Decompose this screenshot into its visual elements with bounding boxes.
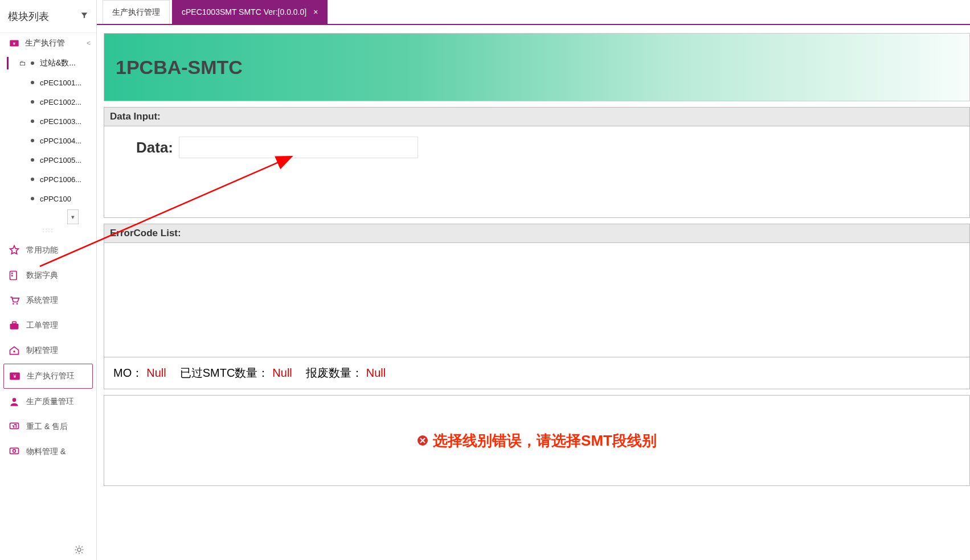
briefcase-icon (8, 319, 21, 332)
page-banner: 1PCBA-SMTC (104, 33, 970, 101)
cart-icon (8, 294, 21, 307)
data-input-header: Data Input: (104, 108, 969, 126)
house-gear-icon (8, 344, 21, 357)
chevron-left-icon: < (87, 39, 91, 47)
nav-material-mgmt[interactable]: 物料管理 & (0, 439, 96, 464)
sidebar-leaf[interactable]: cPPC1006... (0, 170, 96, 189)
errorcode-header: ErrorCode List: (104, 224, 969, 243)
nav-system-mgmt[interactable]: 系统管理 (0, 288, 96, 313)
sidebar-leaf[interactable]: cPPC1005... (0, 150, 96, 170)
bullet-icon (31, 120, 34, 123)
sidebar-leaf[interactable]: cPEC1002... (0, 92, 96, 112)
monitor-icon (8, 421, 21, 433)
sidebar-leaf[interactable]: cPPC100 (0, 189, 96, 208)
nav-label: 常用功能 (26, 245, 58, 256)
bullet-icon (31, 158, 34, 162)
tab-label: cPEC1003SMT SMTC Ver:[0.0.0.0] (182, 7, 306, 17)
monitor-gear-icon (8, 446, 21, 458)
bullet-icon (31, 100, 34, 104)
mo-label: MO： (113, 365, 143, 381)
smtc-count-value: Null (272, 367, 292, 380)
errorcode-body (104, 243, 969, 357)
svg-point-6 (17, 303, 18, 305)
nav-label: 重工 & 售后 (26, 422, 68, 432)
tabbar: 生产执行管理 cPEC1003SMT SMTC Ver:[0.0.0.0] × (97, 0, 970, 25)
scroll-down-button[interactable]: ▾ (67, 209, 79, 224)
scrap-count-label: 报废数量： (306, 365, 363, 381)
svg-rect-4 (11, 275, 13, 277)
nav-rework-aftersales[interactable]: 重工 & 售后 (0, 414, 96, 439)
data-field-label: Data: (136, 139, 173, 157)
star-icon (8, 244, 21, 257)
svg-point-5 (13, 303, 14, 305)
nav-label: 生产质量管玨 (26, 397, 74, 407)
nav-production-exec[interactable]: ¥ 生产执行管玨 (3, 364, 93, 389)
data-dict-icon (8, 269, 21, 282)
filter-icon[interactable] (80, 11, 88, 21)
sidebar-header: 模块列表 (0, 0, 96, 33)
nav-label: 物料管理 & (26, 447, 66, 457)
bullet-icon (31, 197, 34, 200)
ticket-icon: ¥ (9, 39, 19, 48)
svg-point-9 (13, 351, 15, 352)
sidebar-subgroup-label: 过站&数... (40, 58, 76, 68)
nav-favorites[interactable]: 常用功能 (0, 238, 96, 263)
data-input-body: Data: (104, 126, 969, 217)
folder-icon: 🗀 (19, 59, 26, 67)
sidebar-title: 模块列表 (8, 10, 49, 23)
nav-data-dict[interactable]: 数据字典 (0, 263, 96, 288)
tab-production-exec[interactable]: 生产执行管理 (103, 0, 170, 24)
sidebar-leaf[interactable]: cPEC1001... (0, 73, 96, 92)
smtc-count-label: 已过SMTC数量： (180, 365, 269, 381)
mo-status-row: MO： Null 已过SMTC数量： Null 报废数量： Null (104, 357, 970, 389)
sidebar-group-label: 生产执行管 (25, 38, 65, 48)
sidebar-subgroup-stations[interactable]: 🗀 过站&数... (0, 53, 96, 73)
nav-quality-mgmt[interactable]: 生产质量管玨 (0, 389, 96, 414)
page-title: 1PCBA-SMTC (116, 56, 243, 79)
bullet-icon (31, 61, 34, 65)
sidebar-body: ¥ 生产执行管 < 🗀 过站&数... cPEC1001... cPEC1002… (0, 33, 96, 560)
sidebar-leaf-list: cPEC1001... cPEC1002... cPEC1003... cPPC… (0, 73, 96, 208)
mo-value: Null (146, 367, 166, 380)
sidebar-group-production-exec[interactable]: ¥ 生产执行管 < (0, 33, 96, 53)
svg-point-15 (13, 450, 16, 452)
nav-label: 系统管理 (26, 295, 58, 306)
bullet-icon (31, 81, 34, 84)
errorcode-panel: ErrorCode List: (104, 224, 970, 357)
bullet-icon (31, 139, 34, 142)
data-input-field[interactable] (179, 137, 418, 158)
svg-rect-7 (10, 324, 19, 330)
nav-label: 制程管理 (26, 345, 58, 356)
content-area: 1PCBA-SMTC Data Input: Data: ErrorCode L… (97, 25, 970, 560)
error-icon (417, 435, 428, 446)
nav-process-mgmt[interactable]: 制程管理 (0, 338, 96, 363)
nav-workorder[interactable]: 工单管理 (0, 313, 96, 338)
data-input-panel: Data Input: Data: (104, 107, 970, 218)
ticket-icon: ¥ (9, 370, 21, 382)
nav-label: 生产执行管玨 (27, 371, 75, 381)
main: 生产执行管理 cPEC1003SMT SMTC Ver:[0.0.0.0] × … (97, 0, 970, 560)
svg-text:¥: ¥ (13, 41, 16, 46)
sidebar-leaf[interactable]: cPPC1004... (0, 131, 96, 150)
nav-label: 工单管理 (26, 320, 58, 331)
sidebar: 模块列表 ¥ 生产执行管 < 🗀 过站&数... cPE (0, 0, 97, 560)
sidebar-leaf[interactable]: cPEC1003... (0, 112, 96, 131)
svg-rect-14 (10, 448, 19, 454)
settings-icon[interactable] (74, 545, 84, 557)
svg-text:¥: ¥ (13, 373, 17, 379)
bullet-icon (31, 178, 34, 181)
svg-rect-8 (13, 322, 17, 323)
nav-label: 数据字典 (26, 270, 58, 281)
tab-cpec1003smt[interactable]: cPEC1003SMT SMTC Ver:[0.0.0.0] × (172, 0, 328, 24)
svg-rect-2 (10, 271, 17, 280)
resize-handle[interactable]: :::: (0, 224, 96, 236)
error-message-text: 选择线别错误，请选择SMT段线别 (433, 431, 657, 451)
sidebar-bottom-nav: 常用功能 数据字典 系统管理 工单管理 制程管理 (0, 236, 96, 464)
person-icon (8, 396, 21, 408)
svg-point-12 (13, 398, 17, 402)
svg-rect-3 (11, 273, 13, 274)
scrap-count-value: Null (366, 367, 386, 380)
message-panel: 选择线别错误，请选择SMT段线别 (104, 395, 970, 486)
tab-label: 生产执行管理 (112, 7, 160, 18)
close-icon[interactable]: × (313, 7, 318, 17)
